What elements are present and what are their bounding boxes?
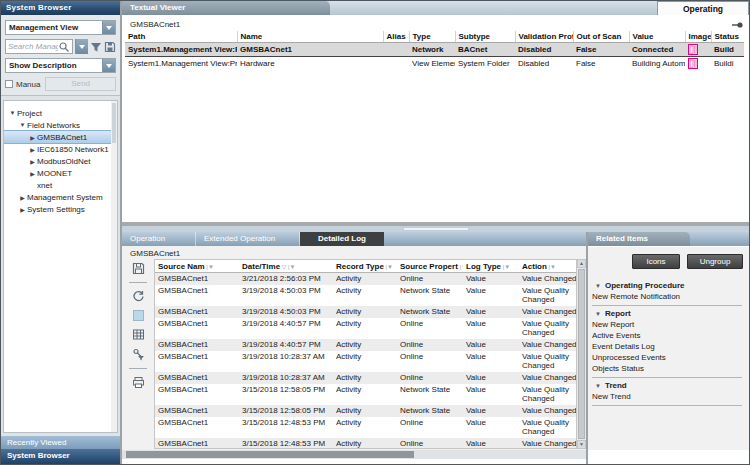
- tree-item-project[interactable]: ▼Project: [4, 107, 117, 119]
- send-button[interactable]: Send: [45, 77, 116, 91]
- log-row[interactable]: GMSBACnet13/19/2018 4:40:57 PMActivityOn…: [155, 339, 577, 351]
- tree-item-modbusoldnet[interactable]: ▶ModbusOldNet: [4, 155, 117, 167]
- tree-item-field-networks[interactable]: ▼Field Networks: [4, 119, 117, 131]
- filter-icon[interactable]: |▼: [501, 264, 510, 270]
- tree-collapsed-icon[interactable]: ▶: [28, 158, 37, 165]
- column-header-log-type[interactable]: Log Type |▼: [463, 260, 519, 273]
- filter-key-icon[interactable]: [132, 348, 145, 361]
- search-input[interactable]: Search Managem: [5, 39, 73, 54]
- column-header-source-propert[interactable]: Source Propert |▼: [397, 260, 463, 273]
- columns-icon[interactable]: [132, 328, 145, 341]
- related-item-objects-status[interactable]: Objects Status: [592, 363, 744, 374]
- tree-collapsed-icon[interactable]: ▶: [28, 134, 37, 141]
- log-row[interactable]: GMSBACnet13/21/2018 2:56:03 PMActivityOn…: [155, 273, 577, 286]
- column-header-image[interactable]: Image: [685, 31, 711, 43]
- log-row[interactable]: GMSBACnet13/15/2018 12:58:05 PMActivityN…: [155, 405, 577, 417]
- splitter-grip[interactable]: [403, 227, 469, 231]
- related-item-new-trend[interactable]: New Trend: [592, 391, 744, 402]
- tree-expanded-icon[interactable]: ▼: [595, 283, 601, 289]
- scroll-down-icon[interactable]: ▼: [577, 440, 586, 449]
- search-dropdown-icon[interactable]: [75, 39, 88, 54]
- tree-expanded-icon[interactable]: ▼: [18, 122, 27, 128]
- column-header-path[interactable]: Path: [125, 31, 237, 43]
- scroll-up-icon[interactable]: ▲: [577, 259, 586, 268]
- save-icon[interactable]: [104, 41, 116, 53]
- swatch-icon[interactable]: [133, 310, 144, 321]
- chevron-down-icon[interactable]: [102, 21, 115, 34]
- tree-item-system-settings[interactable]: ▶System Settings: [4, 203, 117, 215]
- refresh-icon[interactable]: [132, 290, 145, 303]
- tab-extended-operation[interactable]: Extended Operation: [196, 232, 300, 246]
- tree-expanded-icon[interactable]: ▼: [595, 383, 601, 389]
- filter-icon[interactable]: |▼: [547, 264, 556, 270]
- log-row[interactable]: GMSBACnet13/19/2018 4:50:03 PMActivityNe…: [155, 306, 577, 318]
- tab-operation[interactable]: Operation: [122, 232, 196, 246]
- column-header-name[interactable]: Name: [237, 31, 383, 43]
- log-row[interactable]: GMSBACnet13/19/2018 10:28:37 AMActivityO…: [155, 372, 577, 384]
- log-row[interactable]: GMSBACnet13/15/2018 12:48:53 PMActivityO…: [155, 417, 577, 438]
- scrollbar-thumb[interactable]: [578, 269, 585, 439]
- tree-scrollbar[interactable]: [111, 101, 117, 432]
- group-header-trend[interactable]: ▼Trend: [592, 381, 744, 390]
- tree-item-moonet[interactable]: ▶MOONET: [4, 167, 117, 179]
- tree-collapsed-icon[interactable]: ▶: [28, 170, 37, 177]
- related-item-event-details-log[interactable]: Event Details Log: [592, 341, 744, 352]
- tree-collapsed-icon[interactable]: ▶: [18, 206, 27, 213]
- column-header-source-nam[interactable]: Source Nam |▼: [155, 260, 239, 273]
- log-row[interactable]: GMSBACnet13/19/2018 4:50:03 PMActivityNe…: [155, 285, 577, 306]
- group-header-operating-procedure[interactable]: ▼Operating Procedure: [592, 281, 744, 290]
- tab-related-items[interactable]: Related Items: [588, 232, 690, 246]
- icons-button[interactable]: Icons: [632, 254, 680, 269]
- column-header-type[interactable]: Type: [409, 31, 455, 43]
- column-header-record-type[interactable]: Record Type |▼: [333, 260, 397, 273]
- table-row[interactable]: System1.Management View:Project.F...Hard…: [125, 57, 744, 71]
- tree-collapsed-icon[interactable]: ▶: [28, 146, 37, 153]
- tree-item-iec61850-network1[interactable]: ▶IEC61850 Network1: [4, 143, 117, 155]
- related-item-new-report[interactable]: New Report: [592, 319, 744, 330]
- column-header-subtype[interactable]: Subtype: [455, 31, 515, 43]
- related-item-new-remote-notification[interactable]: New Remote Notification: [592, 291, 744, 302]
- filter-icon[interactable]: |▼: [384, 264, 393, 270]
- tree-collapsed-icon[interactable]: ▶: [18, 194, 27, 201]
- log-row[interactable]: GMSBACnet13/15/2018 12:48:53 PMActivityO…: [155, 438, 577, 449]
- related-item-unprocessed-events[interactable]: Unprocessed Events: [592, 352, 744, 363]
- manual-checkbox[interactable]: [5, 80, 13, 88]
- ungroup-button[interactable]: Ungroup: [687, 254, 743, 269]
- save-icon[interactable]: [132, 262, 145, 275]
- column-header-alias[interactable]: Alias: [383, 31, 409, 43]
- log-vertical-scrollbar[interactable]: ▲ ▼: [577, 259, 586, 449]
- tree-item-gmsbacnet1[interactable]: ▶GMSBACnet1: [4, 131, 117, 143]
- tab-detailed-log[interactable]: Detailed Log: [300, 232, 384, 246]
- column-header-status[interactable]: Status: [711, 31, 744, 43]
- system-browser-bottom-bar[interactable]: System Browser: [1, 449, 120, 464]
- tree-item-xnet[interactable]: xnet: [4, 179, 117, 191]
- tree-expanded-icon[interactable]: ▼: [595, 311, 601, 317]
- pin-icon[interactable]: [732, 21, 743, 29]
- recently-viewed-bar[interactable]: Recently Viewed: [1, 436, 120, 449]
- tree-expanded-icon[interactable]: ▼: [8, 110, 17, 116]
- filter-icon[interactable]: |▼: [458, 264, 463, 270]
- tree-item-management-system[interactable]: ▶Management System: [4, 191, 117, 203]
- filter-icon[interactable]: |▼: [286, 264, 295, 270]
- column-header-date-time[interactable]: Date/Time ▽ |▼: [239, 260, 333, 273]
- log-horizontal-scrollbar[interactable]: [122, 450, 586, 459]
- tab-operating[interactable]: Operating: [657, 1, 749, 15]
- column-header-value[interactable]: Value: [629, 31, 685, 43]
- horizontal-splitter[interactable]: [122, 222, 749, 232]
- filter-icon[interactable]: [90, 41, 102, 53]
- scrollbar-thumb[interactable]: [126, 451, 414, 458]
- group-header-report[interactable]: ▼Report: [592, 309, 744, 318]
- log-row[interactable]: GMSBACnet13/19/2018 10:28:37 AMActivityO…: [155, 351, 577, 372]
- column-header-action[interactable]: Action |▼: [519, 260, 577, 273]
- table-row[interactable]: System1.Management View:Project...GMSBAC…: [125, 43, 744, 57]
- log-row[interactable]: GMSBACnet13/15/2018 12:58:05 PMActivityN…: [155, 384, 577, 405]
- filter-icon[interactable]: |▼: [205, 264, 214, 270]
- description-selector-dropdown[interactable]: Show Description: [5, 58, 116, 73]
- related-item-active-events[interactable]: Active Events: [592, 330, 744, 341]
- view-selector-dropdown[interactable]: Management View: [5, 20, 116, 35]
- log-row[interactable]: GMSBACnet13/19/2018 4:40:57 PMActivityOn…: [155, 318, 577, 339]
- column-header-validation-profile[interactable]: Validation Profile: [515, 31, 573, 43]
- print-icon[interactable]: [132, 376, 145, 389]
- tab-textual-viewer[interactable]: Textual Viewer: [122, 1, 330, 15]
- system-browser-header[interactable]: System Browser: [1, 1, 120, 15]
